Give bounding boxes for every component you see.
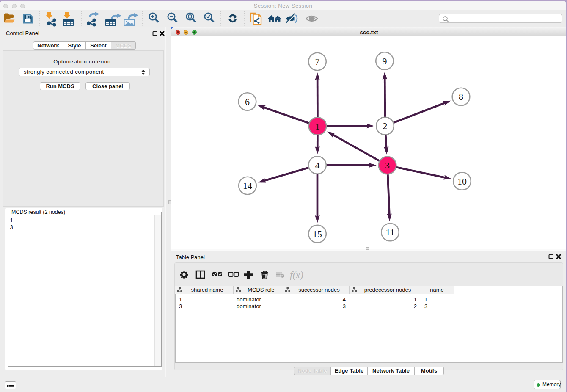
svg-text:14: 14 xyxy=(243,180,252,191)
svg-text:9: 9 xyxy=(383,56,387,66)
svg-text:f(x): f(x) xyxy=(290,270,303,280)
svg-text:11: 11 xyxy=(385,227,394,237)
svg-text:10: 10 xyxy=(457,176,467,187)
svg-text:7: 7 xyxy=(315,56,320,67)
svg-text:6: 6 xyxy=(245,97,250,107)
svg-text:1: 1 xyxy=(315,121,320,132)
svg-text:4: 4 xyxy=(315,160,320,171)
svg-text:2: 2 xyxy=(383,121,388,131)
svg-text:15: 15 xyxy=(313,229,322,239)
svg-text:8: 8 xyxy=(459,91,463,102)
svg-text:3: 3 xyxy=(385,160,390,171)
